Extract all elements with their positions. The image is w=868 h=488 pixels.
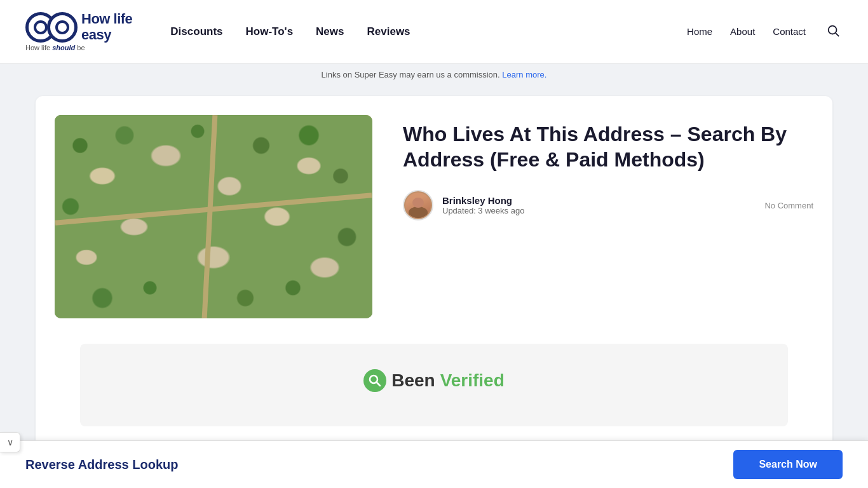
bottom-bar: Reverse Address Lookup Search Now xyxy=(0,440,868,488)
author-details: Brinksley Hong Updated: 3 weeks ago xyxy=(442,195,524,215)
nav-howtos[interactable]: How-To's xyxy=(246,25,294,38)
nav-news[interactable]: News xyxy=(316,25,344,38)
svg-line-3 xyxy=(377,383,381,386)
logo-circles xyxy=(25,12,78,43)
collapse-icon: ∨ xyxy=(7,437,13,447)
verified-text: Verified xyxy=(440,370,505,391)
logo-text: How life easy xyxy=(81,11,132,42)
svg-line-1 xyxy=(836,33,839,36)
learn-more-link[interactable]: Learn more. xyxy=(502,70,546,79)
search-now-button[interactable]: Search Now xyxy=(733,450,843,479)
been-verified-logo: BeenVerified xyxy=(363,369,505,392)
been-verified-section: BeenVerified xyxy=(80,344,788,426)
logo[interactable]: How life easy How life should be xyxy=(25,11,132,51)
author-info: Brinksley Hong Updated: 3 weeks ago xyxy=(403,190,524,220)
author-name: Brinksley Hong xyxy=(442,195,524,206)
hero-image xyxy=(55,115,372,318)
bottom-bar-title: Reverse Address Lookup xyxy=(25,458,178,472)
logo-tagline: How life should be xyxy=(25,44,85,51)
svg-point-0 xyxy=(829,26,837,34)
nav-contact[interactable]: Contact xyxy=(773,26,806,37)
logo-super-label: How life xyxy=(81,11,132,27)
article-card: Who Lives At This Address – Search By Ad… xyxy=(36,96,832,452)
been-verified-icon xyxy=(363,369,386,392)
collapse-button[interactable]: ∨ xyxy=(0,432,20,452)
nav-discounts[interactable]: Discounts xyxy=(170,25,222,38)
main-content: Who Lives At This Address – Search By Ad… xyxy=(18,96,850,452)
nav-about[interactable]: About xyxy=(730,26,755,37)
search-icon xyxy=(826,24,840,37)
no-comment-label: No Comment xyxy=(764,201,813,210)
hero-section: Who Lives At This Address – Search By Ad… xyxy=(55,115,813,318)
avatar xyxy=(403,190,433,220)
article-title: Who Lives At This Address – Search By Ad… xyxy=(403,121,813,172)
author-row: Brinksley Hong Updated: 3 weeks ago No C… xyxy=(403,190,813,220)
nav-home[interactable]: Home xyxy=(687,26,712,37)
been-text: Been xyxy=(391,370,435,391)
search-button[interactable] xyxy=(824,21,843,42)
author-updated: Updated: 3 weeks ago xyxy=(442,206,524,215)
commission-bar: Links on Super Easy may earn us a commis… xyxy=(0,64,868,86)
main-nav: Discounts How-To's News Reviews xyxy=(170,25,687,38)
commission-text: Links on Super Easy may earn us a commis… xyxy=(322,70,500,79)
nav-reviews[interactable]: Reviews xyxy=(367,25,410,38)
site-header: How life easy How life should be Discoun… xyxy=(0,0,868,64)
right-nav: Home About Contact xyxy=(687,21,843,42)
hero-text: Who Lives At This Address – Search By Ad… xyxy=(403,115,813,220)
logo-easy-label: easy xyxy=(81,27,132,43)
